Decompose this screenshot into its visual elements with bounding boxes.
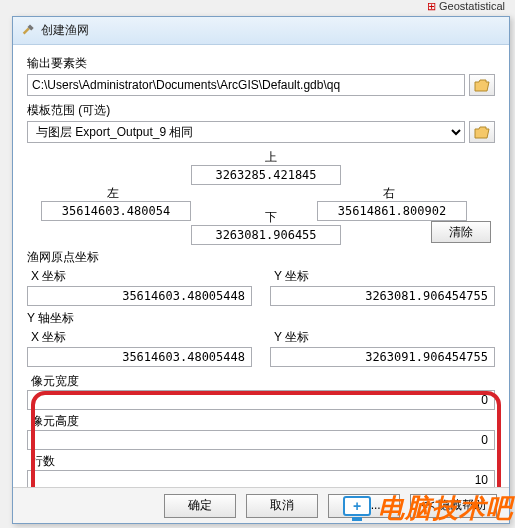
environments-button[interactable]: 环境... [328, 494, 400, 518]
extent-left-input[interactable] [41, 201, 191, 221]
extent-group: 上 左 右 下 清除 [27, 149, 495, 245]
browse-output-button[interactable] [469, 74, 495, 96]
cell-height-label: 像元高度 [31, 413, 495, 430]
toolbox-tree-hint: Geostatistical [427, 0, 505, 13]
extent-top-input[interactable] [191, 165, 341, 185]
cell-height-input[interactable] [27, 430, 495, 450]
origin-y-label: Y 坐标 [274, 268, 495, 285]
cell-width-label: 像元宽度 [31, 373, 495, 390]
yaxis-x-label: X 坐标 [31, 329, 252, 346]
yaxis-coord-label: Y 轴坐标 [27, 310, 495, 327]
output-feature-label: 输出要素类 [27, 55, 495, 72]
extent-right-input[interactable] [317, 201, 467, 221]
output-feature-input[interactable] [27, 74, 465, 96]
clear-extent-button[interactable]: 清除 [431, 221, 491, 243]
button-bar: 确定 取消 环境... << 隐藏帮助 [13, 487, 509, 523]
dialog-content: 输出要素类 模板范围 (可选) 与图层 Export_Output_9 相同 上… [13, 45, 509, 487]
extent-top-label: 上 [265, 149, 277, 166]
ok-button[interactable]: 确定 [164, 494, 236, 518]
browse-template-button[interactable] [469, 121, 495, 143]
extent-bottom-input[interactable] [191, 225, 341, 245]
yaxis-x-input[interactable] [27, 347, 252, 367]
yaxis-y-input[interactable] [270, 347, 495, 367]
cell-width-input[interactable] [27, 390, 495, 410]
origin-coord-label: 渔网原点坐标 [27, 249, 495, 266]
rows-input[interactable] [27, 470, 495, 487]
extent-left-label: 左 [107, 185, 119, 202]
folder-open-icon [474, 79, 490, 92]
extent-bottom-label: 下 [265, 209, 277, 226]
hammer-icon [21, 24, 35, 38]
hide-help-button[interactable]: << 隐藏帮助 [410, 494, 497, 518]
extent-right-label: 右 [383, 185, 395, 202]
yaxis-y-label: Y 坐标 [274, 329, 495, 346]
rows-label: 行数 [31, 453, 495, 470]
dialog-title: 创建渔网 [41, 22, 89, 39]
origin-x-input[interactable] [27, 286, 252, 306]
template-extent-label: 模板范围 (可选) [27, 102, 495, 119]
folder-open-icon [474, 126, 490, 139]
origin-x-label: X 坐标 [31, 268, 252, 285]
create-fishnet-dialog: 创建渔网 输出要素类 模板范围 (可选) 与图层 Export_Output_9… [12, 16, 510, 524]
titlebar: 创建渔网 [13, 17, 509, 45]
cancel-button[interactable]: 取消 [246, 494, 318, 518]
origin-y-input[interactable] [270, 286, 495, 306]
template-extent-dropdown[interactable]: 与图层 Export_Output_9 相同 [27, 121, 465, 143]
